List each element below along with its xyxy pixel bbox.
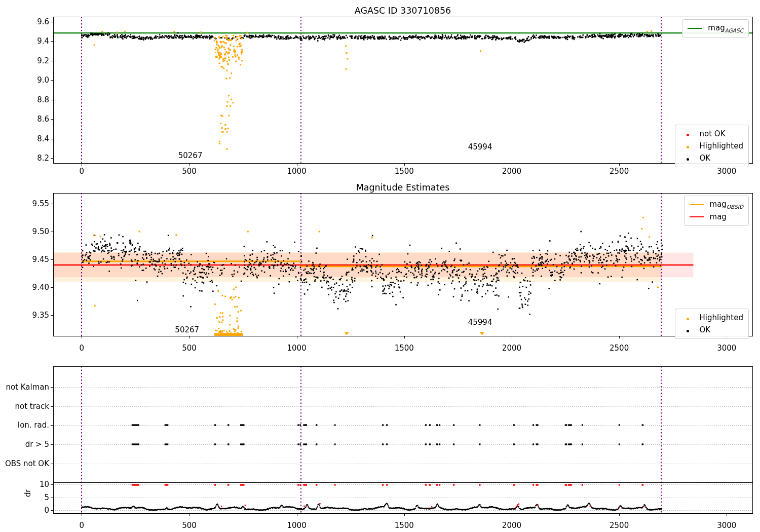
dr-tick-label: 10 xyxy=(40,480,49,489)
y-tick-label-plot1: 9.2 xyxy=(37,56,49,65)
category-label: not Kalman xyxy=(6,383,49,392)
green-line-swatch xyxy=(688,28,702,29)
legend-row-highlighted: Highlighted xyxy=(680,312,743,324)
x-tick-label-plot1: 2000 xyxy=(502,167,521,176)
annotation-obsid-50267-mid: 50267 xyxy=(175,325,199,334)
x-tick-label-plot3: 1000 xyxy=(287,521,307,530)
legend-mag-lines: magOBSID mag xyxy=(684,196,749,226)
x-tick-label-plot1: 1500 xyxy=(395,167,414,176)
legend-row-mag-agasc: magAGASC xyxy=(688,22,743,34)
x-tick-label-plot2: 1000 xyxy=(287,344,307,353)
x-tick-label-plot3: 3000 xyxy=(717,521,736,530)
y-tick-label-plot1: 8.6 xyxy=(37,115,49,124)
legend-label: Highlighted xyxy=(700,141,743,150)
legend-row-ok: OK xyxy=(680,324,743,336)
x-tick-label-plot2: 3000 xyxy=(717,344,736,353)
y-tick-label-plot1: 9.0 xyxy=(37,75,49,85)
category-label: Ion. rad. xyxy=(18,421,49,430)
x-tick-label-plot3: 0 xyxy=(80,521,85,530)
x-tick-label-plot1: 1000 xyxy=(287,167,307,176)
y-tick-label-plot2: 9.55 xyxy=(32,199,49,208)
x-tick-label-plot2: 1500 xyxy=(395,344,414,353)
dr-tick-label: 0 xyxy=(44,506,49,515)
y-tick-label-plot2: 9.40 xyxy=(32,283,49,292)
legend-label: OK xyxy=(700,154,711,163)
y-tick-label-plot2: 9.50 xyxy=(32,227,49,236)
annotation-obsid-45994-top: 45994 xyxy=(468,142,492,151)
figure: AGASC ID 330710856 Magnitude Estimates 5… xyxy=(0,0,760,532)
black-dot-icon xyxy=(680,325,696,334)
plot1-title: AGASC ID 330710856 xyxy=(355,6,451,16)
orange-line-swatch xyxy=(690,204,704,205)
legend-row-mag: mag xyxy=(690,211,743,223)
category-label: OBS not OK xyxy=(5,459,49,468)
x-tick-label-plot3: 2000 xyxy=(502,521,521,530)
legend-point-types-top: not OK Highlighted OK xyxy=(675,125,749,167)
x-tick-label-plot1: 3000 xyxy=(717,167,736,176)
orange-dot-icon xyxy=(680,313,696,322)
y-tick-label-plot1: 8.8 xyxy=(37,95,49,104)
category-label: not track xyxy=(15,402,49,411)
dr-tick-label: 5 xyxy=(44,493,49,502)
chart-canvas xyxy=(0,0,760,532)
legend-label: mag xyxy=(710,212,727,221)
x-tick-label-plot1: 0 xyxy=(80,167,85,176)
legend-label: not OK xyxy=(700,129,726,138)
x-tick-label-plot2: 2000 xyxy=(502,344,521,353)
legend-label: OK xyxy=(700,325,711,334)
x-tick-label-plot1: 2500 xyxy=(610,167,629,176)
legend-row-ok: OK xyxy=(680,152,743,164)
legend-row-highlighted: Highlighted xyxy=(680,140,743,152)
legend-point-types-mid: Highlighted OK xyxy=(675,309,749,339)
annotation-obsid-50267-top: 50267 xyxy=(178,151,203,160)
annotation-obsid-45994-mid: 45994 xyxy=(468,318,492,327)
dr-axis-label: dr xyxy=(23,489,32,497)
x-tick-label-plot1: 500 xyxy=(182,167,197,176)
legend-label: Highlighted xyxy=(700,313,743,322)
black-dot-icon xyxy=(680,154,696,163)
y-tick-label-plot2: 9.45 xyxy=(32,255,49,264)
y-tick-label-plot1: 9.4 xyxy=(37,36,49,46)
y-tick-label-plot1: 8.4 xyxy=(37,134,49,143)
legend-label: magOBSID xyxy=(710,200,743,210)
x-tick-label-plot3: 1500 xyxy=(395,521,414,530)
x-tick-label-plot2: 500 xyxy=(182,344,197,353)
orange-dot-icon xyxy=(680,141,696,150)
x-tick-label-plot2: 0 xyxy=(80,344,85,353)
y-tick-label-plot1: 9.6 xyxy=(37,17,49,26)
red-line-swatch xyxy=(690,216,704,217)
x-tick-label-plot3: 500 xyxy=(182,521,197,530)
category-label: dr > 5 xyxy=(25,440,49,449)
x-tick-label-plot2: 2500 xyxy=(610,344,629,353)
legend-mag-agasc: magAGASC xyxy=(682,19,749,37)
y-tick-label-plot1: 8.2 xyxy=(37,154,49,163)
plot2-title: Magnitude Estimates xyxy=(356,182,450,193)
legend-label: magAGASC xyxy=(708,23,743,33)
legend-row-mag-obsid: magOBSID xyxy=(690,199,743,211)
legend-row-not-ok: not OK xyxy=(680,128,743,140)
x-tick-label-plot3: 2500 xyxy=(610,521,629,530)
red-dot-icon xyxy=(680,129,696,138)
y-tick-label-plot2: 9.35 xyxy=(32,311,49,320)
